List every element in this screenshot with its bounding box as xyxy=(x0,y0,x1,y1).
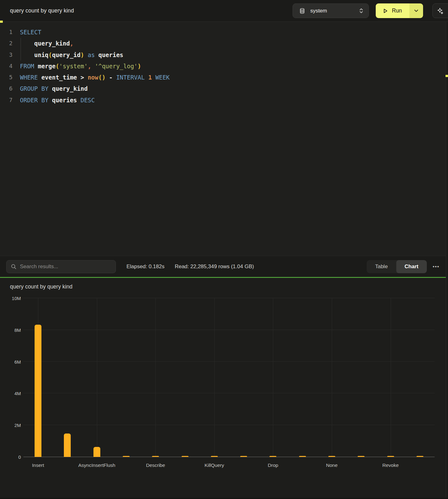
token-kw: WHERE xyxy=(20,74,38,81)
line-number: 7 xyxy=(0,94,12,106)
x-gridline xyxy=(332,298,332,457)
token-op: - xyxy=(106,74,113,81)
chart-panel: query count by query kind 10M8M6M4M2M0In… xyxy=(0,278,448,499)
search-results-box xyxy=(6,260,116,273)
code-text: WHERE event_time > now() - INTERVAL 1 WE… xyxy=(12,72,170,83)
search-icon xyxy=(11,264,17,269)
token-paren: ) xyxy=(80,51,84,58)
x-axis-label: Drop xyxy=(239,463,307,468)
token-op: > xyxy=(80,74,84,81)
overview-ruler xyxy=(446,22,448,499)
token-num: 1 xyxy=(145,74,152,81)
bar[interactable] xyxy=(269,456,276,457)
more-options-button[interactable]: ••• xyxy=(431,264,442,269)
y-axis-label: 2M xyxy=(0,423,21,428)
play-icon xyxy=(383,8,388,14)
query-title: query count by query kind xyxy=(10,7,74,14)
token-str: '^query_log' xyxy=(91,63,138,70)
code-text: ORDER BY queries DESC xyxy=(12,94,95,106)
run-button-label: Run xyxy=(392,7,402,14)
code-line[interactable]: 6GROUP BY query_kind xyxy=(0,83,448,94)
token-str: 'system' xyxy=(59,63,88,70)
code-text: SELECT xyxy=(12,27,41,38)
y-axis-label: 8M xyxy=(0,327,21,332)
database-selector[interactable]: system xyxy=(293,3,369,18)
token-paren: () xyxy=(98,74,106,81)
read-stat: Read: 22,285,349 rows (1.04 GB) xyxy=(175,264,254,270)
token-id: query_kind xyxy=(20,40,70,47)
indent-guide xyxy=(21,38,21,61)
code-line[interactable]: 7ORDER BY queries DESC xyxy=(0,94,448,106)
sql-editor[interactable]: 1SELECT2 query_kind,3 uniq(query_id) as … xyxy=(0,22,448,256)
token-paren: ) xyxy=(138,63,141,70)
bar[interactable] xyxy=(328,456,335,457)
x-axis-label: AsyncInsertFlush xyxy=(63,463,131,468)
token-comma: , xyxy=(88,63,91,70)
run-button-group: Run xyxy=(376,3,423,18)
window-bottom-edge xyxy=(0,498,448,499)
line-number: 2 xyxy=(0,38,12,49)
token-kw: FROM xyxy=(20,63,34,70)
bar[interactable] xyxy=(387,456,394,457)
y-gridline xyxy=(23,330,435,330)
bar[interactable] xyxy=(211,456,218,457)
token-kw: DESC xyxy=(77,97,95,104)
token-kw: ORDER BY xyxy=(20,97,49,104)
editor-tab-marker xyxy=(0,21,3,23)
x-axis-label: Describe xyxy=(121,463,190,468)
code-line[interactable]: 2 query_kind, xyxy=(0,38,448,49)
code-lines: 1SELECT2 query_kind,3 uniq(query_id) as … xyxy=(0,27,448,106)
bar[interactable] xyxy=(358,456,365,457)
code-line[interactable]: 3 uniq(query_id) as queries xyxy=(0,49,448,61)
database-selector-value: system xyxy=(310,8,327,14)
chart-title: query count by query kind xyxy=(10,283,448,290)
line-number: 6 xyxy=(0,83,12,94)
token-kw: SELECT xyxy=(20,29,41,36)
sql-console-window: query count by query kind system xyxy=(0,0,448,499)
y-gridline xyxy=(23,393,435,393)
bar[interactable] xyxy=(240,456,247,457)
bar[interactable] xyxy=(35,325,41,457)
token-id: query_kind xyxy=(49,85,88,92)
y-axis-label: 6M xyxy=(0,359,21,364)
elapsed-stat: Elapsed: 0.182s xyxy=(126,264,164,270)
token-id: queries xyxy=(95,51,123,58)
line-number: 5 xyxy=(0,72,12,83)
x-gridline xyxy=(214,298,215,457)
tab-table[interactable]: Table xyxy=(367,260,396,273)
token-paren: ( xyxy=(55,63,59,70)
topbar: query count by query kind system xyxy=(0,0,448,22)
y-gridline xyxy=(23,425,435,425)
bar-chart[interactable]: 10M8M6M4M2M0InsertAsyncInsertFlushDescri… xyxy=(23,298,435,457)
bar[interactable] xyxy=(417,456,423,457)
bar[interactable] xyxy=(152,456,159,457)
sparkle-icon xyxy=(436,7,444,15)
line-number: 1 xyxy=(0,27,12,38)
code-line[interactable]: 4FROM merge('system', '^query_log') xyxy=(0,61,448,72)
code-line[interactable]: 5WHERE event_time > now() - INTERVAL 1 W… xyxy=(0,72,448,83)
ai-assistant-button[interactable] xyxy=(432,3,448,18)
token-paren: ( xyxy=(49,51,52,58)
chevron-down-icon xyxy=(414,9,418,12)
line-number: 3 xyxy=(0,49,12,61)
code-text: GROUP BY query_kind xyxy=(12,83,88,94)
select-updown-icon xyxy=(359,8,364,14)
bar[interactable] xyxy=(64,434,71,457)
token-num: now xyxy=(84,74,98,81)
token-id: query_id xyxy=(52,51,81,58)
run-button[interactable]: Run xyxy=(376,3,409,18)
token-kw: as xyxy=(84,51,95,58)
bar[interactable] xyxy=(299,456,306,457)
search-results-input[interactable] xyxy=(20,264,111,270)
database-icon xyxy=(299,8,305,14)
token-id: event_time xyxy=(38,74,80,81)
code-line[interactable]: 1SELECT xyxy=(0,27,448,38)
bar[interactable] xyxy=(93,447,100,457)
bar[interactable] xyxy=(123,456,130,457)
run-options-dropdown[interactable] xyxy=(409,3,423,18)
bar[interactable] xyxy=(182,456,188,457)
x-gridline xyxy=(273,298,273,457)
y-gridline xyxy=(23,361,435,362)
tab-chart[interactable]: Chart xyxy=(396,260,427,273)
token-kw: GROUP BY xyxy=(20,85,49,92)
